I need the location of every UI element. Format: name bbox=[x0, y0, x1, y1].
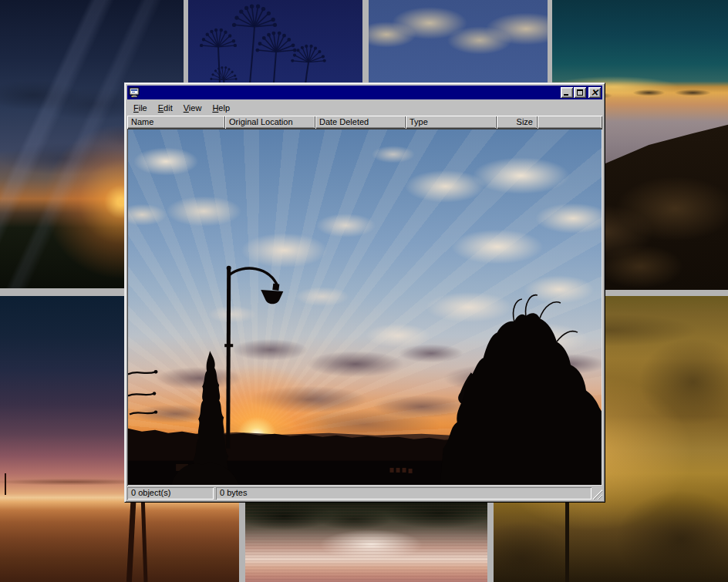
column-header-type[interactable]: Type bbox=[406, 116, 497, 129]
minimize-button[interactable] bbox=[561, 87, 573, 98]
desktop: × File Edit View Help Name Original Loca… bbox=[0, 0, 728, 582]
titlebar[interactable]: × bbox=[127, 86, 602, 99]
recycle-bin-window: × File Edit View Help Name Original Loca… bbox=[124, 82, 605, 503]
minimize-icon bbox=[564, 94, 568, 96]
column-header-name[interactable]: Name bbox=[127, 116, 225, 129]
column-header-size[interactable]: Size bbox=[497, 116, 538, 129]
close-icon: × bbox=[591, 89, 599, 96]
maximize-icon bbox=[577, 89, 583, 96]
status-bar: 0 object(s) 0 bytes bbox=[127, 487, 602, 500]
menu-bar: File Edit View Help bbox=[127, 100, 602, 116]
column-header-original-location[interactable]: Original Location bbox=[225, 116, 315, 129]
maximize-button[interactable] bbox=[574, 87, 586, 98]
menu-edit[interactable]: Edit bbox=[153, 102, 178, 114]
menu-view[interactable]: View bbox=[178, 102, 207, 114]
system-menu-computer-icon[interactable] bbox=[129, 87, 140, 98]
wooden-pole bbox=[5, 473, 6, 495]
photo-silhouettes bbox=[128, 130, 602, 485]
list-view[interactable] bbox=[127, 129, 602, 486]
resize-grip[interactable] bbox=[592, 489, 602, 500]
column-header-row: Name Original Location Date Deleted Type… bbox=[127, 116, 602, 129]
column-header-date-deleted[interactable]: Date Deleted bbox=[315, 116, 406, 129]
column-header-filler bbox=[538, 116, 602, 129]
menu-file[interactable]: File bbox=[128, 102, 153, 114]
status-object-count: 0 object(s) bbox=[127, 487, 214, 500]
close-button[interactable]: × bbox=[588, 87, 601, 98]
thin-pole bbox=[565, 501, 569, 582]
status-total-size: 0 bytes bbox=[216, 487, 592, 500]
menu-help[interactable]: Help bbox=[207, 102, 235, 114]
